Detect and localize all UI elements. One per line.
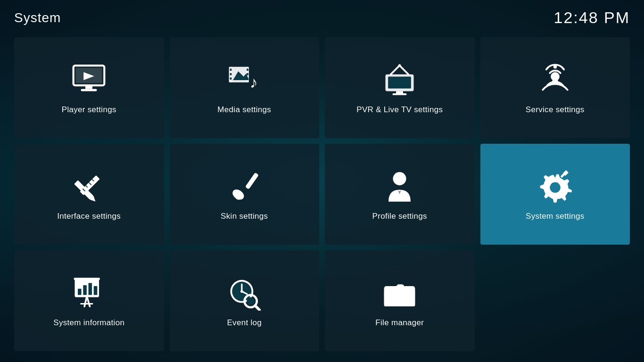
media-settings-label: Media settings xyxy=(217,105,271,115)
svg-line-16 xyxy=(391,66,400,74)
svg-line-47 xyxy=(87,297,90,306)
svg-rect-45 xyxy=(94,286,98,295)
interface-settings-tile[interactable]: Interface settings xyxy=(14,144,164,245)
svg-rect-58 xyxy=(384,289,415,306)
svg-line-56 xyxy=(255,305,259,310)
event-log-label: Event log xyxy=(227,318,262,328)
header: System 12:48 PM xyxy=(0,0,644,32)
svg-rect-3 xyxy=(85,85,92,89)
svg-rect-20 xyxy=(388,76,411,88)
pvr-icon xyxy=(381,61,419,99)
svg-rect-4 xyxy=(81,89,97,91)
svg-rect-21 xyxy=(396,91,403,93)
svg-rect-34 xyxy=(245,172,259,189)
file-manager-tile[interactable]: File manager xyxy=(325,250,475,351)
filemanager-icon xyxy=(381,274,419,312)
svg-rect-43 xyxy=(83,285,87,295)
media-settings-tile[interactable]: ♪ Media settings xyxy=(170,37,320,138)
system-settings-tile[interactable]: System settings xyxy=(480,144,630,245)
event-log-tile[interactable]: Event log xyxy=(170,250,320,351)
svg-line-17 xyxy=(400,66,409,74)
svg-rect-11 xyxy=(247,68,248,71)
svg-point-54 xyxy=(240,290,243,293)
player-settings-label: Player settings xyxy=(62,105,116,115)
system-information-label: System information xyxy=(53,318,124,328)
profile-settings-label: Profile settings xyxy=(372,212,427,221)
page-title: System xyxy=(14,10,61,25)
system-settings-icon xyxy=(536,167,574,205)
svg-point-57 xyxy=(247,297,255,305)
svg-point-38 xyxy=(550,182,561,193)
clock: 12:48 PM xyxy=(553,8,630,27)
svg-text:♪: ♪ xyxy=(250,73,258,90)
player-settings-tile[interactable]: Player settings xyxy=(14,37,164,138)
svg-point-36 xyxy=(393,172,406,185)
system-settings-label: System settings xyxy=(526,212,585,221)
pvr-settings-tile[interactable]: PVR & Live TV settings xyxy=(325,37,475,138)
svg-point-18 xyxy=(398,64,401,67)
settings-grid: Player settings ♪ Media sett xyxy=(0,32,644,361)
skin-settings-label: Skin settings xyxy=(221,212,268,221)
svg-point-24 xyxy=(551,72,560,81)
system-information-tile[interactable]: System information xyxy=(14,250,164,351)
svg-point-25 xyxy=(553,65,557,69)
empty-cell xyxy=(480,250,630,351)
sysinfo-icon xyxy=(70,274,108,312)
skin-settings-tile[interactable]: Skin settings xyxy=(170,144,320,245)
svg-rect-44 xyxy=(89,283,92,295)
eventlog-icon xyxy=(225,274,263,312)
svg-line-46 xyxy=(84,297,87,306)
pvr-settings-label: PVR & Live TV settings xyxy=(356,105,443,115)
interface-settings-label: Interface settings xyxy=(57,212,121,221)
svg-rect-8 xyxy=(230,68,231,71)
svg-rect-22 xyxy=(393,93,407,95)
svg-rect-49 xyxy=(74,278,100,280)
svg-rect-12 xyxy=(247,73,248,75)
profile-settings-tile[interactable]: Profile settings xyxy=(325,144,475,245)
svg-rect-10 xyxy=(230,77,231,80)
file-manager-label: File manager xyxy=(375,318,424,328)
service-icon xyxy=(536,61,574,99)
svg-rect-42 xyxy=(78,288,82,295)
skin-icon xyxy=(225,167,263,205)
profile-icon xyxy=(381,167,419,205)
media-icon: ♪ xyxy=(225,61,263,99)
service-settings-tile[interactable]: Service settings xyxy=(480,37,630,138)
svg-rect-9 xyxy=(230,73,231,75)
player-icon xyxy=(70,61,108,99)
service-settings-label: Service settings xyxy=(526,105,585,115)
interface-icon xyxy=(70,167,108,205)
